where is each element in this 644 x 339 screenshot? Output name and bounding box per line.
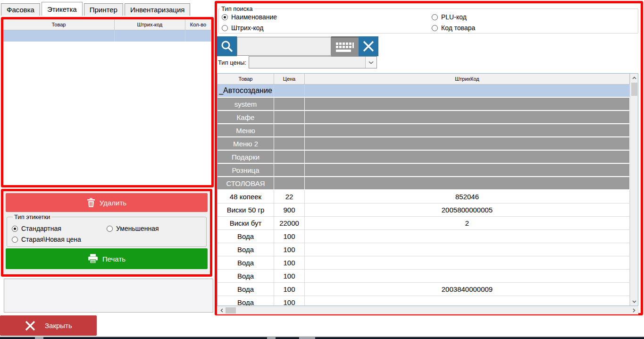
table-row[interactable]: Вода 100 [217,230,630,243]
price-type-dropdown-button[interactable] [365,57,376,68]
cell-barcode: 2 [305,217,630,229]
radio-staraya-novaya[interactable]: Старая\Новая цена [12,236,201,243]
taskbar-chip [299,337,315,339]
cell-price: 22 [274,190,305,203]
tab-bar: Фасовка Этикетка Принтер Инвентаризация [1,1,190,16]
tab-inventarizacia[interactable]: Инвентаризация [125,3,191,16]
column-header-shtrihkod: Штрих-код [115,19,185,30]
horizontal-scroll-thumb[interactable] [226,307,236,314]
table-row[interactable]: Вода 100 [217,243,630,256]
radio-kod-tovara[interactable]: Код товара [432,24,635,32]
delete-button[interactable]: Удалить [6,193,208,212]
table-row[interactable]: Виски бут 22000 2 [217,217,630,230]
vertical-scroll-thumb[interactable] [631,83,637,96]
taskbar-dark-strip [0,337,644,339]
cell-barcode: 2003840000009 [305,283,630,296]
search-input[interactable] [237,37,331,56]
table-row[interactable]: Вода 100 [217,256,630,270]
keyboard-button[interactable] [331,36,359,56]
search-button[interactable] [217,36,237,56]
cell-name: Вода [217,270,274,282]
tab-printer[interactable]: Принтер [84,3,123,16]
print-button[interactable]: Печать [6,248,208,269]
radio-shtrihkod-circle[interactable] [222,25,228,31]
table-row[interactable]: Меню 2 [217,137,630,151]
table-row[interactable]: Подарки [217,151,630,164]
scroll-up-button[interactable] [630,74,638,82]
search-type-group: Тип поиска Наименование Штрих-код PLU-ко… [218,5,638,34]
tab-etiketka[interactable]: Этикетка [42,2,83,16]
table-row[interactable]: Кафе [217,111,630,124]
tab-fasovka[interactable]: Фасовка [1,3,40,16]
table-row[interactable]: Вода 100 2003840000009 [217,283,630,296]
cell-price [274,137,305,150]
label-queue-header: Товар Штрих-код Кол-во [3,19,211,30]
radio-plu-circle[interactable] [432,14,438,20]
cell-barcode [305,124,630,136]
clear-search-button[interactable] [359,36,378,56]
chevron-left-icon [220,308,223,313]
table-row[interactable]: Вода 100 [217,296,630,305]
close-button[interactable]: Закрыть [0,315,97,336]
cell-price [274,111,305,123]
radio-plu[interactable]: PLU-код [432,13,635,21]
cell-barcode: 852046 [305,190,630,203]
radio-staraya-novaya-label: Старая\Новая цена [21,236,81,243]
trash-icon [87,198,95,207]
cell-barcode [305,85,630,97]
label-queue-selected-row[interactable] [3,30,211,42]
horizontal-scrollbar[interactable] [217,306,638,314]
radio-naimenovanie[interactable]: Наименование [222,13,432,21]
cell-name: Вода [217,256,274,269]
cell-name: Розница [217,164,274,176]
radio-naimenovanie-label: Наименование [231,13,277,21]
table-row[interactable]: Меню [217,124,630,137]
scroll-left-button[interactable] [217,306,226,314]
table-row[interactable]: system [217,98,630,111]
radio-umenshennaya[interactable]: Уменьшенная [107,225,201,232]
table-row[interactable]: _Автосоздание [217,85,630,98]
radio-naimenovanie-circle[interactable] [222,14,228,20]
cell-name: Виски бут [217,217,274,229]
radio-shtrihkod-label: Штрих-код [231,24,263,32]
search-type-group-title: Тип поиска [220,5,254,12]
radio-kod-tovara-circle[interactable] [432,25,438,31]
table-row[interactable]: СТОЛОВАЯ [217,177,630,190]
vertical-scrollbar[interactable] [630,74,638,305]
cell-price: 100 [274,243,305,256]
radio-staraya-novaya-circle[interactable] [12,237,18,243]
column-header-cena: Цена [274,74,305,84]
cell-price: 22000 [274,217,305,229]
cell-name: Вода [217,283,274,296]
radio-standartnaya-circle[interactable] [12,226,18,232]
cell-barcode [305,296,630,305]
scroll-right-button[interactable] [630,306,638,314]
cell-name: Виски 50 гр [217,203,274,216]
cell-name: _Автосоздание [217,85,274,97]
cell-barcode [305,137,630,150]
column-header-kolvo: Кол-во [185,19,211,30]
cell-barcode [305,164,630,176]
label-type-group: Тип этикетки Стандартная Уменьшенная Ста… [7,213,207,247]
table-row[interactable]: 48 копеек 22 852046 [217,190,630,203]
table-row[interactable]: Вода 100 [217,270,630,283]
radio-umenshennaya-circle[interactable] [107,226,113,232]
label-queue-region: Товар Штрих-код Кол-во [1,17,214,187]
cell-barcode [305,270,630,282]
radio-standartnaya[interactable]: Стандартная [12,225,107,232]
cell-price [274,124,305,136]
table-row[interactable]: Виски 50 гр 900 2005800000005 [217,203,630,217]
radio-shtrihkod[interactable]: Штрих-код [222,24,432,32]
table-row[interactable]: Розница [217,164,630,177]
chevron-right-icon [633,308,636,313]
cell-price: 100 [274,296,305,305]
cell-price [274,177,305,189]
scroll-down-button[interactable] [630,297,638,305]
cell-price: 900 [274,203,305,216]
cell-barcode [305,98,630,110]
price-type-select[interactable] [249,56,377,68]
taskbar-strip [0,336,644,339]
cell-price [274,85,305,97]
cell-barcode [305,243,630,256]
cell-price [274,164,305,176]
